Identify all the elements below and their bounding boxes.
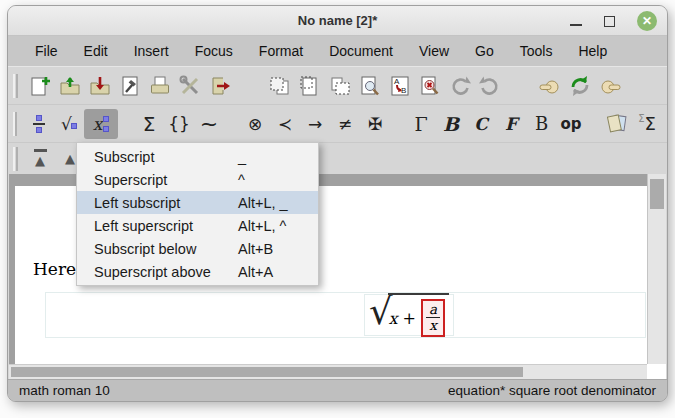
menu-insert[interactable]: Insert [121, 39, 182, 63]
scripts-icon[interactable]: x [84, 109, 118, 139]
svg-text:A: A [394, 77, 400, 86]
search-icon[interactable] [355, 71, 385, 101]
status-right-context: equation* square root denominator [448, 383, 656, 398]
window-title: No name [2]* [8, 13, 667, 28]
minimize-button[interactable] [570, 24, 582, 26]
menu-format[interactable]: Format [246, 39, 316, 63]
print-icon[interactable] [145, 71, 175, 101]
status-left-mode: math roman 10 [19, 383, 110, 398]
fraction-cursor-box[interactable]: a x [421, 299, 445, 336]
maximize-button[interactable] [604, 16, 615, 27]
horizontal-scrollbar[interactable] [9, 364, 647, 379]
shortcut-label: Alt+B [238, 241, 318, 257]
application-window: No name [2]* ✕ File Edit Insert Focus Fo… [7, 5, 668, 402]
close-button[interactable]: ✕ [637, 11, 657, 31]
greek-letters-icon[interactable]: Γ [406, 109, 436, 139]
main-toolbar: AB [8, 66, 667, 104]
menu-focus[interactable]: Focus [182, 39, 246, 63]
tools-icon[interactable] [175, 71, 205, 101]
export-icon[interactable] [205, 71, 235, 101]
plus-operator: + [403, 309, 416, 328]
window-controls: ✕ [570, 6, 657, 36]
menu-help[interactable]: Help [565, 39, 620, 63]
menu-item-left-superscript[interactable]: Left superscript Alt+L, ^ [77, 214, 318, 237]
menu-edit[interactable]: Edit [71, 39, 121, 63]
radicand-variable: x [389, 309, 398, 328]
horizontal-scrollbar-thumb[interactable] [11, 367, 523, 377]
undo-icon[interactable] [445, 71, 475, 101]
bold-math-icon[interactable]: B [436, 109, 466, 139]
big-operator-icon[interactable]: Σ [134, 109, 164, 139]
statusbar: math roman 10 equation* square root deno… [8, 379, 667, 401]
open-document-icon[interactable] [55, 71, 85, 101]
fraction-icon[interactable] [24, 109, 54, 139]
menu-view[interactable]: View [406, 39, 462, 63]
shortcut-label: Alt+A [238, 264, 318, 280]
menu-item-left-subscript[interactable]: Left subscript Alt+L, _ [77, 191, 318, 214]
paste-icon[interactable] [325, 71, 355, 101]
menu-document[interactable]: Document [316, 39, 406, 63]
svg-text:B: B [401, 86, 406, 95]
menu-item-superscript[interactable]: Superscript ^ [77, 168, 318, 191]
forward-icon[interactable] [595, 71, 625, 101]
style-hammer-icon[interactable] [115, 71, 145, 101]
blackboard-bold-icon[interactable]: B [526, 109, 556, 139]
maltese-cross-icon[interactable]: ✠ [360, 109, 390, 139]
square-root-expression: √ x + a x [369, 293, 449, 336]
precedes-icon[interactable]: ≺ [270, 109, 300, 139]
vertical-scrollbar-thumb[interactable] [650, 179, 664, 209]
copy-icon[interactable] [295, 71, 325, 101]
fraction-denominator: x [426, 318, 440, 334]
new-document-icon[interactable] [25, 71, 55, 101]
go-to-top-icon[interactable]: ▲ [25, 144, 55, 174]
equation-environment-box: √ x + a x [45, 292, 646, 338]
reload-icon[interactable] [565, 71, 595, 101]
fraction-numerator: a [426, 302, 440, 318]
menu-item-subscript-below[interactable]: Subscript below Alt+B [77, 237, 318, 260]
titlebar[interactable]: No name [2]* ✕ [8, 6, 667, 36]
sum-variant-icon[interactable]: Σ Σ [632, 109, 662, 139]
shortcut-label: Alt+L, ^ [238, 218, 318, 234]
equation-focus-box[interactable]: √ x + a x [364, 294, 454, 336]
math-toolbar: √ x Σ {} ~ ⊗ ≺ → ≠ ✠ Γ B C F B op Σ Σ [8, 104, 667, 142]
cards-icon[interactable] [602, 109, 632, 139]
replace-icon[interactable]: AB [385, 71, 415, 101]
spell-check-icon[interactable] [415, 71, 445, 101]
menu-item-subscript[interactable]: Subscript _ [77, 145, 318, 168]
shortcut-label: ^ [238, 172, 318, 188]
menu-file[interactable]: File [22, 39, 71, 63]
square-root-icon[interactable]: √ [54, 109, 84, 139]
math-preferences-icon[interactable]: Σ [662, 109, 668, 139]
not-equal-icon[interactable]: ≠ [330, 109, 360, 139]
back-icon[interactable] [535, 71, 565, 101]
arrow-icon[interactable]: → [300, 109, 330, 139]
menu-tools[interactable]: Tools [507, 39, 566, 63]
menu-go[interactable]: Go [462, 39, 507, 63]
redo-icon[interactable] [475, 71, 505, 101]
vertical-scrollbar[interactable] [647, 174, 666, 364]
accent-icon[interactable]: ~ [194, 109, 224, 139]
toolbar-drag-handle[interactable] [13, 74, 18, 98]
cut-icon[interactable] [265, 71, 295, 101]
fraktur-icon[interactable]: F [496, 109, 526, 139]
paragraph-text: Here [33, 259, 76, 279]
operator-text-icon[interactable]: op [556, 109, 586, 139]
scripts-dropdown-menu: Subscript _ Superscript ^ Left subscript… [76, 142, 319, 286]
menubar: File Edit Insert Focus Format Document V… [8, 36, 667, 66]
save-document-icon[interactable] [85, 71, 115, 101]
shortcut-label: _ [238, 149, 318, 165]
toolbar-drag-handle[interactable] [13, 112, 17, 136]
menu-item-superscript-above[interactable]: Superscript above Alt+A [77, 260, 318, 283]
otimes-icon[interactable]: ⊗ [240, 109, 270, 139]
shortcut-label: Alt+L, _ [238, 195, 318, 211]
toolbar-drag-handle[interactable] [13, 147, 18, 171]
brackets-icon[interactable]: {} [164, 109, 194, 139]
calligraphic-icon[interactable]: C [466, 109, 496, 139]
